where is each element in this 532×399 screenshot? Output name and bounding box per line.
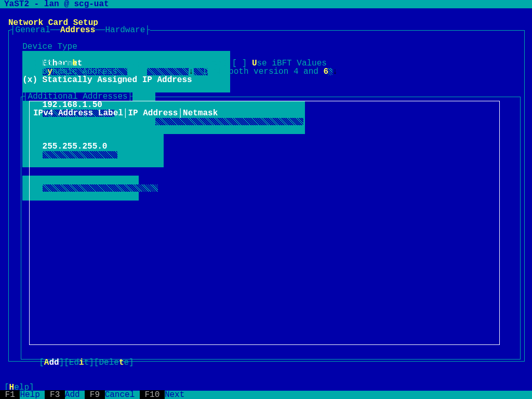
tab-row: ┤General──Address──Hardware├ [10,26,150,34]
f10-key[interactable]: F10 [140,390,165,399]
add-button[interactable]: [Add] [39,358,64,367]
titlebar: YaST2 - lan @ scg-uat [0,0,532,8]
addresses-table[interactable] [29,101,500,345]
tab-address[interactable]: Address [60,25,95,35]
f9-key[interactable]: F9 [85,390,104,399]
edit-button[interactable]: [Edit] [64,358,94,367]
radio-static[interactable]: (x) Statically Assigned IP Address [12,68,192,76]
f1-key[interactable]: F1 [0,390,20,399]
footer: F1 Help F3 Add F9 Cancel F10 Next [0,391,532,399]
f3-key[interactable]: F3 [45,390,64,399]
tab-general[interactable]: General [16,25,50,35]
delete-button[interactable]: [Delete] [94,358,134,367]
table-header: IPv4 Address Label│IP Address│Netmask [33,109,218,117]
additional-addresses-label: ┤Additional Addresses├ [23,92,132,101]
dynamic-ver-select[interactable]: DHCP both version 4 and 6↓ [204,67,338,76]
addr-buttons: [Add][Edit][Delete] [29,350,134,358]
radio-dynamic[interactable]: ( ) Dynamic Address DHCP↓ DHCP both vers… [12,59,338,68]
tab-hardware[interactable]: Hardware [105,25,145,35]
radio-nolink[interactable]: ( ) No Link and IP Setup (Bonding Slaves… [12,51,327,59]
nav-row: [Help] [Back] [Cancel] [Next] [4,375,528,383]
